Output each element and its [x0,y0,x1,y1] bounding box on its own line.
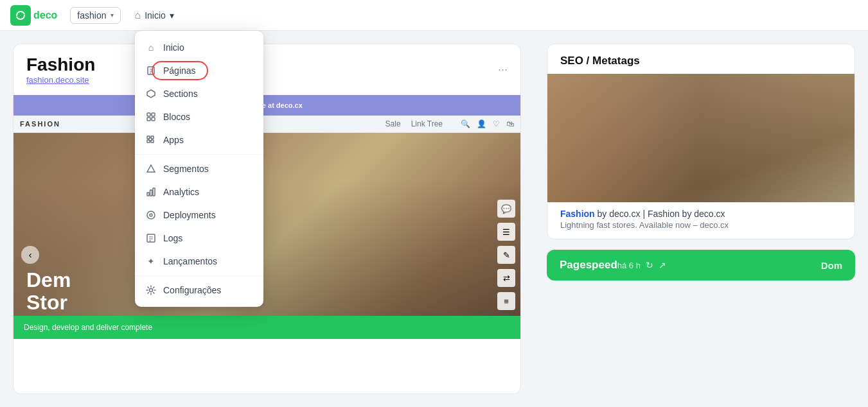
menu-icon[interactable]: ≡ [497,292,515,310]
more-options-button[interactable]: ··· [498,63,508,76]
launches-icon: ✦ [145,255,157,267]
svg-rect-10 [149,138,152,141]
chat-icon[interactable]: ☰ [497,223,515,241]
logo-icon [10,5,31,26]
menu-item-analytics[interactable]: Analytics [135,180,263,204]
seo-meta-title-rest: by deco.cx | Fashion by deco.cx [595,209,725,219]
preview-title: Fashion [26,55,95,75]
menu-label-analytics: Analytics [163,187,199,197]
divider-2 [135,275,263,276]
cart-icon[interactable]: 🛍 [506,119,514,128]
topbar: deco fashion ▾ ⌂ Inicio ▾ [0,0,868,31]
pagespeed-card: Pagespeed há 6 h ↻ ↗ Dom [547,250,855,281]
menu-label-inicio: Inicio [163,42,184,53]
menu-item-apps[interactable]: Apps [135,128,263,152]
seo-meta-title-brand: Fashion [560,209,595,219]
svg-rect-12 [150,190,152,196]
hero-title: DemStor [26,269,74,314]
wishlist-icon[interactable]: ♡ [493,119,500,128]
right-panel: SEO / Metatags Fashion by deco.cx | Fash… [534,31,868,407]
menu-label-apps: Apps [163,135,184,145]
dropdown-menu: ⌂ Inicio Páginas Sections [135,31,263,307]
menu-label-lancamentos: Lançamentos [163,256,217,266]
site-selector[interactable]: fashion ▾ [70,7,120,24]
nav-linktree[interactable]: Link Tree [411,119,443,128]
menu-item-lancamentos[interactable]: ✦ Lançamentos [135,250,263,273]
page-selector[interactable]: ⌂ Inicio ▾ [128,7,181,24]
logs-icon [145,232,157,244]
dom-label: Dom [821,260,842,271]
svg-point-15 [150,214,152,216]
analytics-icon [145,186,157,198]
svg-marker-1 [147,90,155,98]
seo-meta-description: Lightning fast stores. Available now – d… [547,220,855,239]
menu-label-sections: Sections [163,89,198,99]
promo-bar: your store at deco.cx [13,95,520,116]
svg-rect-3 [152,113,155,116]
browser-nav: FASHION Sale Link Tree 🔍 👤 ♡ 🛍 [13,116,520,133]
preview-card: Fashion fashion.deco.site ··· your store… [13,44,521,394]
menu-item-configuracoes[interactable]: Configurações [135,279,263,302]
menu-item-blocos[interactable]: Blocos [135,105,263,128]
svg-rect-5 [152,117,155,121]
menu-item-deployments[interactable]: Deployments [135,204,263,227]
carousel-prev-button[interactable]: ‹ [21,246,39,264]
main-content: Fashion fashion.deco.site ··· your store… [0,31,868,407]
preview-browser: your store at deco.cx FASHION Sale Link … [13,95,520,339]
seo-title: SEO / Metatags [547,44,855,74]
segments-icon [145,163,157,175]
edit-icon[interactable]: ✎ [497,246,515,264]
svg-point-17 [150,289,153,292]
chevron-down-icon-2: ▾ [170,10,174,21]
whatsapp-icon[interactable]: 💬 [497,200,515,218]
menu-label-logs: Logs [163,233,182,243]
sections-icon [145,88,157,100]
logo-text: deco [33,10,57,21]
svg-rect-13 [153,188,155,196]
preview-section: Fashion fashion.deco.site ··· your store… [0,31,534,407]
svg-point-14 [147,211,155,219]
pagespeed-label: Pagespeed [560,259,617,272]
menu-item-paginas[interactable]: Páginas [135,59,263,82]
menu-item-logs[interactable]: Logs [135,227,263,250]
external-link-icon[interactable]: ↗ [659,260,666,270]
chevron-down-icon: ▾ [111,12,114,19]
seo-card: SEO / Metatags Fashion by deco.cx | Fash… [547,44,855,239]
bottom-cta-bar: Design, develop and deliver complete [13,316,520,339]
menu-item-segmentos[interactable]: Segmentos [135,157,263,180]
swap-icon[interactable]: ⇄ [497,269,515,287]
preview-info: Fashion fashion.deco.site [26,55,95,85]
divider-1 [135,154,263,155]
page-name: Inicio [145,10,166,21]
sidebar-tools: 💬 ☰ ✎ ⇄ ≡ [497,200,515,310]
site-name: fashion [77,10,106,21]
hero-image: DemStor Visit our sitestart building dec… [13,133,520,339]
settings-icon [145,284,157,296]
menu-label-blocos: Blocos [163,112,190,122]
logo: deco [10,5,57,26]
preview-link[interactable]: fashion.deco.site [26,75,95,85]
svg-rect-2 [147,113,150,116]
deployments-icon [145,209,157,221]
seo-preview-image [547,74,855,202]
pagespeed-meta: há 6 h ↻ ↗ [617,260,666,270]
menu-label-paginas: Páginas [163,65,196,76]
refresh-icon[interactable]: ↻ [646,260,653,270]
menu-item-sections[interactable]: Sections [135,82,263,105]
blocks-icon [145,111,157,123]
preview-header: Fashion fashion.deco.site ··· [13,44,520,95]
pagespeed-time: há 6 h [617,261,641,270]
search-icon[interactable]: 🔍 [461,119,470,128]
menu-label-configuracoes: Configurações [163,285,221,295]
home-icon-menu: ⌂ [145,42,157,53]
home-icon: ⌂ [135,10,141,21]
svg-rect-4 [147,117,150,121]
svg-rect-11 [147,193,149,196]
brand-label: FASHION [20,120,60,128]
account-icon[interactable]: 👤 [477,119,486,128]
menu-label-deployments: Deployments [163,210,216,220]
nav-sale[interactable]: Sale [385,119,401,128]
apps-icon [145,134,157,146]
menu-label-segmentos: Segmentos [163,164,209,174]
menu-item-inicio[interactable]: ⌂ Inicio [135,36,263,59]
